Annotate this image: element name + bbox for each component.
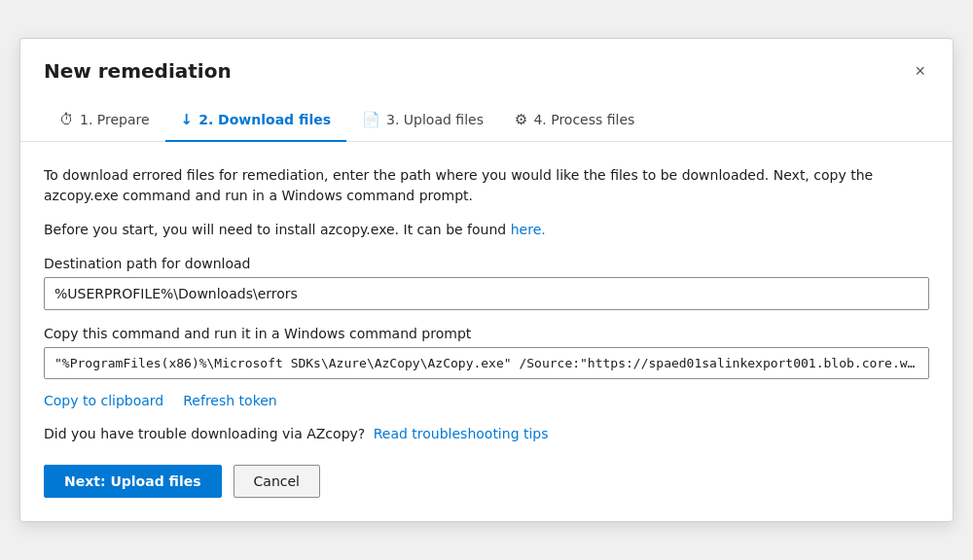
tab-download-label: 2. Download files bbox=[198, 112, 331, 127]
tab-upload-label: 3. Upload files bbox=[386, 112, 484, 127]
tabs-container: ⏱ 1. Prepare ↓ 2. Download files 📄 3. Up… bbox=[20, 99, 953, 142]
prepare-icon: ⏱ bbox=[59, 111, 74, 128]
download-icon: ↓ bbox=[181, 111, 194, 128]
description-text: To download errored files for remediatio… bbox=[44, 165, 929, 206]
destination-label: Destination path for download bbox=[44, 256, 929, 271]
azcopy-info: Before you start, you will need to insta… bbox=[44, 220, 929, 240]
dialog-body: To download errored files for remediatio… bbox=[20, 142, 953, 521]
troubleshoot-link[interactable]: Read troubleshooting tips bbox=[374, 426, 549, 441]
footer-buttons: Next: Upload files Cancel bbox=[44, 465, 929, 502]
next-upload-button[interactable]: Next: Upload files bbox=[44, 465, 222, 498]
cancel-button[interactable]: Cancel bbox=[234, 465, 320, 498]
command-text: "%ProgramFiles(x86)%\Microsoft SDKs\Azur… bbox=[44, 347, 929, 379]
upload-icon: 📄 bbox=[362, 111, 380, 128]
tab-prepare[interactable]: ⏱ 1. Prepare bbox=[44, 99, 165, 142]
new-remediation-dialog: New remediation × ⏱ 1. Prepare ↓ 2. Down… bbox=[19, 38, 954, 522]
copy-to-clipboard-link[interactable]: Copy to clipboard bbox=[44, 393, 163, 408]
destination-path-input[interactable] bbox=[44, 277, 929, 310]
tab-upload[interactable]: 📄 3. Upload files bbox=[346, 99, 499, 142]
dialog-title: New remediation bbox=[44, 59, 232, 83]
close-button[interactable]: × bbox=[911, 58, 929, 84]
action-links: Copy to clipboard Refresh token bbox=[44, 393, 929, 408]
tab-prepare-label: 1. Prepare bbox=[80, 112, 150, 127]
tab-download[interactable]: ↓ 2. Download files bbox=[165, 99, 346, 142]
here-link[interactable]: here. bbox=[511, 222, 546, 237]
dialog-header: New remediation × bbox=[20, 39, 953, 84]
tab-process[interactable]: ⚙ 4. Process files bbox=[499, 99, 650, 142]
tab-process-label: 4. Process files bbox=[533, 112, 634, 127]
command-label: Copy this command and run it in a Window… bbox=[44, 326, 929, 341]
refresh-token-link[interactable]: Refresh token bbox=[183, 393, 276, 408]
trouble-row: Did you have trouble downloading via AZc… bbox=[44, 426, 929, 441]
process-icon: ⚙ bbox=[515, 111, 527, 128]
